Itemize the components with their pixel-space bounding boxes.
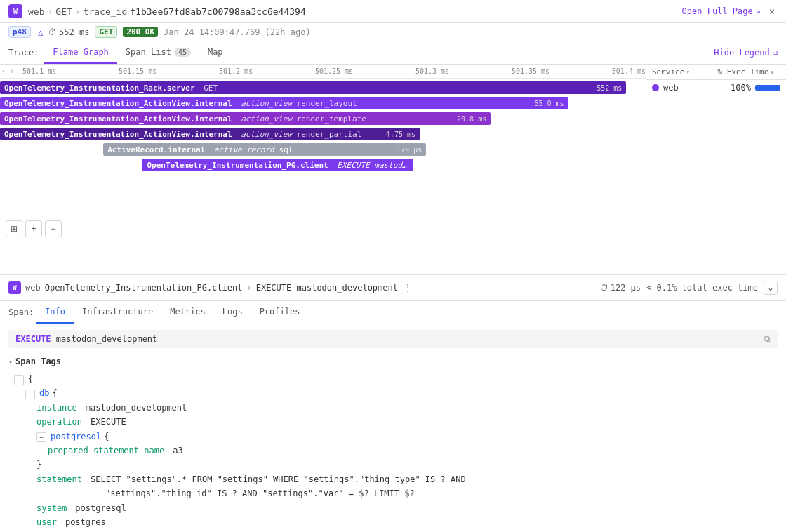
span-content-panel: EXECUTE mastodon_development ⧉ ▾ Span Ta… xyxy=(0,324,786,532)
ruler-tick-2: 501.15 ms xyxy=(119,67,156,75)
exec-sort-icon[interactable]: ▾ xyxy=(770,68,774,76)
execute-keyword: EXECUTE xyxy=(15,334,51,344)
close-button[interactable]: × xyxy=(766,6,778,17)
legend-exec-bar-web xyxy=(755,85,780,91)
table-row[interactable]: OpenTelemetry_Instrumentation_Rack.serve… xyxy=(0,80,646,95)
exec-time-badge: < 0.1% total exec time xyxy=(646,283,758,293)
tab-flame-graph[interactable]: Flame Graph xyxy=(44,41,116,64)
span-count-badge: 45 xyxy=(174,48,191,57)
span-detail-header: W web OpenTelemetry_Instrumentation_PG.c… xyxy=(0,275,786,301)
trace-nav: Trace: Flame Graph Span List 45 Map Hide… xyxy=(0,41,786,65)
table-row[interactable]: OpenTelemetry_Instrumentation_ActionView… xyxy=(0,126,646,142)
zoom-reset-button[interactable]: ⊞ xyxy=(6,220,22,237)
json-key-user: user xyxy=(36,515,57,529)
tab-profiles-label: Profiles xyxy=(260,307,300,317)
db-open-brace: { xyxy=(52,386,57,400)
table-row[interactable]: ActiveRecord.internal active_record sql … xyxy=(0,142,646,157)
timing-display: ⏱ 552 ms xyxy=(48,27,89,37)
span-bar-active-record[interactable]: ActiveRecord.internal active_record sql … xyxy=(103,143,426,156)
open-full-page-label: Open Full Page xyxy=(682,6,753,16)
json-key-operation: operation xyxy=(36,415,82,429)
tab-map-label: Map xyxy=(208,47,223,57)
ruler-tick-3: 501.2 ms xyxy=(219,67,253,75)
copy-icon[interactable]: ⧉ xyxy=(764,334,771,344)
breadcrumb-trace-id: f1b3ee67fd8ab7c00798aa3cc6e44394 xyxy=(130,6,305,17)
flame-graph-main: ‹ › 501.1 ms 501.15 ms 501.2 ms 501.25 m… xyxy=(0,65,646,274)
table-row[interactable]: OpenTelemetry_Instrumentation_ActionView… xyxy=(0,111,646,126)
db-collapse-icon[interactable]: − xyxy=(25,390,35,399)
flame-graph-area: ‹ › 501.1 ms 501.15 ms 501.2 ms 501.25 m… xyxy=(0,65,786,275)
breadcrumb-arrow-1: › xyxy=(47,6,53,17)
tab-infrastructure-label: Infrastructure xyxy=(82,307,153,317)
tab-logs[interactable]: Logs xyxy=(214,301,251,324)
ruler-tick-6: 501.35 ms xyxy=(512,67,549,75)
timing-value: 552 ms xyxy=(59,27,89,37)
tab-logs-label: Logs xyxy=(222,307,243,317)
span-label-pg-client: OpenTelemetry_Instrumentation_PG.client … xyxy=(147,161,408,170)
breadcrumb-method: GET xyxy=(55,6,72,17)
ruler-markers: 501.1 ms 501.15 ms 501.2 ms 501.25 ms 50… xyxy=(20,67,646,75)
list-item: instance mastodon_development xyxy=(14,401,778,415)
span-bar-action-view-3[interactable]: OpenTelemetry_Instrumentation_ActionView… xyxy=(0,128,420,140)
tab-info-label: Info xyxy=(45,307,65,317)
list-item: prepared_statement_name a3 xyxy=(14,444,778,458)
legend-panel: Service ▾ % Exec Time ▾ web 100% xyxy=(646,65,786,274)
root-open-brace: { xyxy=(28,372,33,386)
postgresql-collapse-icon[interactable]: − xyxy=(36,432,46,442)
legend-pct-web: 100% xyxy=(731,83,751,93)
tab-map[interactable]: Map xyxy=(199,41,232,64)
legend-dot-web xyxy=(652,84,659,91)
span-bar-pg-client[interactable]: OpenTelemetry_Instrumentation_PG.client … xyxy=(142,159,413,171)
json-key-postgresql: postgresql xyxy=(51,430,101,444)
span-bar-action-view-1[interactable]: OpenTelemetry_Instrumentation_ActionView… xyxy=(0,97,568,109)
execute-db-value: mastodon_development xyxy=(56,334,158,344)
json-value-instance: mastodon_development xyxy=(86,401,187,415)
span-label-rack: OpenTelemetry_Instrumentation_Rack.serve… xyxy=(4,84,218,93)
span-tags-header[interactable]: ▾ Span Tags xyxy=(8,357,778,366)
timestamp: Jan 24 14:09:47.769 (22h ago) xyxy=(164,27,311,37)
span-bar-action-view-2[interactable]: OpenTelemetry_Instrumentation_ActionView… xyxy=(0,112,491,125)
breadcrumb-trace-label: trace_id xyxy=(84,6,128,17)
list-item: − db { xyxy=(14,386,778,400)
ruler-left-arrow[interactable]: ‹ xyxy=(0,67,7,75)
tab-span-list[interactable]: Span List 45 xyxy=(117,41,199,64)
json-value-system: postgresql xyxy=(75,501,126,515)
ruler-tick-1: 501.1 ms xyxy=(22,67,56,75)
triangle-icon: △ xyxy=(38,27,43,37)
tab-span-list-label: Span List xyxy=(126,47,171,57)
postgresql-close-brace: } xyxy=(36,458,41,472)
zoom-out-button[interactable]: − xyxy=(45,220,62,237)
list-item: − postgresql { xyxy=(14,430,778,444)
tab-infrastructure[interactable]: Infrastructure xyxy=(74,301,161,324)
span-service-name: web xyxy=(25,283,41,293)
json-value-prepared-statement: a3 xyxy=(173,444,182,458)
legend-service-web: web xyxy=(663,83,726,93)
breadcrumb-web: web xyxy=(28,6,44,17)
service-sort-icon[interactable]: ▾ xyxy=(686,68,690,76)
legend-service-label: Service xyxy=(652,67,684,77)
zoom-in-button[interactable]: + xyxy=(25,220,42,237)
span-rows-container: OpenTelemetry_Instrumentation_Rack.serve… xyxy=(0,79,646,216)
table-row[interactable]: OpenTelemetry_Instrumentation_ActionView… xyxy=(0,95,646,111)
root-collapse-icon[interactable]: − xyxy=(14,375,24,385)
tab-info[interactable]: Info xyxy=(36,301,74,324)
list-item: web 100% xyxy=(646,80,786,95)
list-item: statement SELECT "settings".* FROM "sett… xyxy=(14,472,778,486)
external-link-icon: ↗ xyxy=(756,6,761,16)
span-menu-icon[interactable]: ⋮ xyxy=(404,283,412,293)
collapse-panel-button[interactable]: ⌄ xyxy=(764,281,778,295)
tab-profiles[interactable]: Profiles xyxy=(251,301,309,324)
span-label-action-view-1: OpenTelemetry_Instrumentation_ActionView… xyxy=(4,99,357,108)
table-row[interactable]: OpenTelemetry_Instrumentation_PG.client … xyxy=(0,157,646,173)
span-service-icon: W xyxy=(8,281,21,294)
json-key-system: system xyxy=(36,501,67,515)
hide-legend-button[interactable]: Hide Legend ⊡ xyxy=(714,48,778,58)
span-bar-rack[interactable]: OpenTelemetry_Instrumentation_Rack.serve… xyxy=(0,81,626,94)
timeline-ruler: ‹ › 501.1 ms 501.15 ms 501.2 ms 501.25 m… xyxy=(0,65,646,79)
hide-legend-label: Hide Legend xyxy=(714,48,769,58)
clock-icon: ⏱ xyxy=(48,27,57,37)
open-full-page-link[interactable]: Open Full Page ↗ xyxy=(682,6,761,16)
execute-command-text: EXECUTE mastodon_development xyxy=(15,334,157,344)
ruler-right-arrow[interactable]: › xyxy=(8,67,15,75)
tab-metrics[interactable]: Metrics xyxy=(161,301,214,324)
